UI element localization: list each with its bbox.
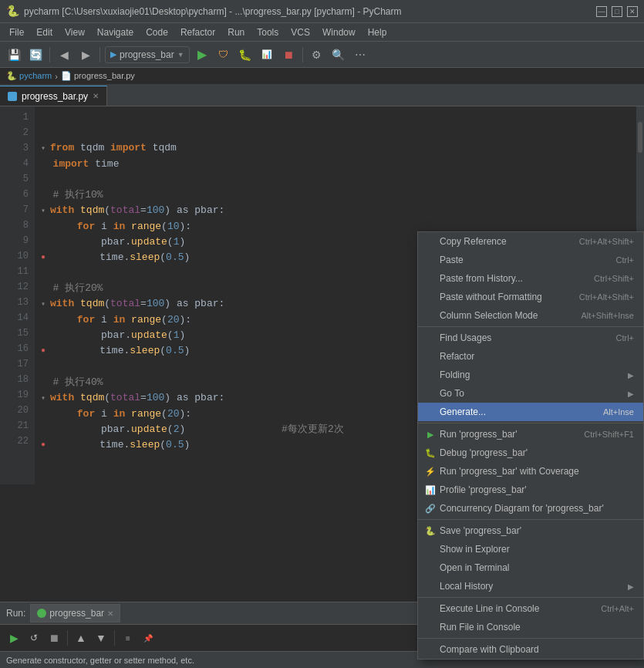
menu-code[interactable]: Code (140, 25, 174, 39)
run-toolbar-pin[interactable]: 📌 (139, 629, 157, 647)
line-numbers: 1 2 3 4 5 6 7 8 9 10 11 12 13 14 15 16 1… (0, 106, 35, 484)
line-num-2: 2 (23, 125, 29, 140)
line-num-17: 17 (18, 356, 29, 372)
code-line-5 (41, 172, 638, 187)
status-text: Generate constructor, getter or setter m… (6, 656, 194, 665)
menu-view[interactable]: View (59, 25, 91, 39)
ctx-save[interactable]: 🐍 Save 'progress_bar' (418, 521, 643, 540)
code-line-7: ▾with tqdm(total=100) as pbar: (41, 203, 638, 219)
menu-file[interactable]: File (3, 25, 30, 39)
run-toolbar-scroll-down[interactable]: ▼ (92, 629, 110, 647)
run-tab-label: progress_bar (49, 608, 104, 619)
debug-icon: 🐛 (424, 447, 437, 459)
ctx-show-explorer[interactable]: Show in Explorer (418, 540, 643, 558)
breadcrumb-folder[interactable]: 🐍 pycharm (6, 71, 52, 81)
ctx-sep-3 (418, 519, 643, 520)
ctx-debug[interactable]: 🐛 Debug 'progress_bar' (418, 444, 643, 462)
more-button[interactable]: ⋯ (351, 46, 369, 64)
toolbar-forward-button[interactable]: ▶ (76, 46, 95, 64)
line-num-13: 13 (18, 295, 29, 310)
run-toolbar-run[interactable]: ▶ (5, 629, 23, 647)
profile-button[interactable]: 📊 (258, 46, 276, 64)
ctx-generate[interactable]: Generate... Alt+Inse (418, 403, 643, 421)
maximize-button[interactable]: □ (612, 6, 622, 17)
minimize-button[interactable]: — (596, 6, 607, 17)
concurrency-icon: 🔗 (424, 502, 437, 514)
menu-help[interactable]: Help (362, 25, 393, 39)
ctx-paste[interactable]: Paste Ctrl+ (418, 251, 643, 269)
ctx-run-coverage[interactable]: ⚡ Run 'progress_bar' with Coverage (418, 462, 643, 481)
ctx-column-mode[interactable]: Column Selection Mode Alt+Shift+Inse (418, 306, 643, 325)
line-num-12: 12 (18, 279, 29, 295)
ctx-refactor[interactable]: Refactor (418, 347, 643, 366)
menu-vcs[interactable]: VCS (285, 25, 316, 39)
line-num-19: 19 (18, 387, 29, 403)
run-config-dropdown[interactable]: ▶ progress_bar ▼ (105, 46, 190, 63)
code-line-2 (41, 125, 638, 140)
coverage-button[interactable]: 🛡 (214, 46, 233, 64)
run-toolbar-wrap[interactable]: ≡ (119, 629, 137, 647)
ctx-run[interactable]: ▶ Run 'progress_bar' Ctrl+Shift+F1 (418, 425, 643, 444)
breadcrumb-file[interactable]: 📄 progress_bar.py (61, 71, 135, 81)
line-num-5: 5 (23, 171, 29, 187)
line-num-7: 7 (23, 202, 29, 218)
run-toolbar-scroll-up[interactable]: ▲ (72, 629, 90, 647)
title-controls: — □ ✕ (596, 6, 638, 17)
search-button[interactable]: 🔍 (329, 46, 348, 64)
menu-run[interactable]: Run (221, 25, 251, 39)
ctx-profile[interactable]: 📊 Profile 'progress_bar' (418, 481, 643, 499)
scroll-thumb[interactable] (638, 122, 642, 153)
ctx-compare-clipboard[interactable]: Compare with Clipboard (418, 640, 643, 659)
window-title: pycharm [C:\Users\xuxiaojie01\Desktop\py… (24, 6, 596, 17)
line-num-9: 9 (23, 233, 29, 248)
menu-window[interactable]: Window (316, 25, 362, 39)
menu-tools[interactable]: Tools (251, 25, 285, 39)
ctx-run-file[interactable]: Run File in Console (418, 618, 643, 636)
ctx-concurrency[interactable]: 🔗 Concurrency Diagram for 'progress_bar' (418, 499, 643, 518)
run-tab-icon (37, 609, 46, 618)
run-icon: ▶ (424, 428, 437, 440)
run-toolbar-stop[interactable]: ⏹ (45, 629, 63, 647)
breadcrumb: 🐍 pycharm › 📄 progress_bar.py (0, 68, 644, 85)
tab-progress-bar[interactable]: progress_bar.py ✕ (0, 86, 107, 106)
stop-button[interactable]: ⏹ (279, 46, 298, 64)
close-button[interactable]: ✕ (627, 6, 638, 17)
settings-button[interactable]: ⚙ (308, 46, 326, 64)
line-num-15: 15 (18, 326, 29, 341)
toolbar-separator-3 (302, 47, 303, 62)
code-line-1 (41, 110, 638, 125)
menu-navigate[interactable]: Navigate (91, 25, 140, 39)
ctx-folding[interactable]: Folding ▶ (418, 366, 643, 384)
line-num-10: 10 (18, 248, 29, 264)
ctx-goto[interactable]: Go To ▶ (418, 384, 643, 403)
ctx-execute-line[interactable]: Execute Line in Console Ctrl+Alt+ (418, 599, 643, 618)
menu-edit[interactable]: Edit (30, 25, 59, 39)
run-toolbar-rerun[interactable]: ↺ (25, 629, 43, 647)
tab-label: progress_bar.py (22, 91, 88, 102)
ctx-open-terminal[interactable]: Open in Terminal (418, 558, 643, 577)
toolbar-save-button[interactable]: 💾 (5, 46, 23, 64)
menu-refactor[interactable]: Refactor (174, 25, 221, 39)
ctx-sep-4 (418, 597, 643, 598)
tab-close-button[interactable]: ✕ (93, 92, 99, 100)
run-button[interactable]: ▶ (193, 46, 211, 64)
save-icon: 🐍 (424, 525, 437, 537)
code-line-6: # 执行10% (41, 187, 638, 203)
ctx-local-history[interactable]: Local History ▶ (418, 577, 643, 595)
toolbar-back-button[interactable]: ◀ (55, 46, 73, 64)
toolbar-sync-button[interactable]: 🔄 (26, 46, 45, 64)
ctx-paste-no-format[interactable]: Paste without Formatting Ctrl+Alt+Shift+ (418, 288, 643, 306)
run-tab[interactable]: progress_bar ✕ (30, 604, 120, 622)
breadcrumb-sep: › (55, 72, 58, 81)
ctx-copy-reference[interactable]: Copy Reference Ctrl+Alt+Shift+ (418, 232, 643, 251)
line-num-1: 1 (23, 110, 29, 125)
toolbar-separator-2 (99, 47, 100, 62)
title-bar: 🐍 pycharm [C:\Users\xuxiaojie01\Desktop\… (0, 0, 644, 23)
ctx-paste-history[interactable]: Paste from History... Ctrl+Shift+ (418, 269, 643, 288)
run-tab-close[interactable]: ✕ (107, 609, 113, 618)
ctx-find-usages[interactable]: Find Usages Ctrl+ (418, 329, 643, 347)
line-num-3: 3 (23, 140, 29, 156)
line-num-20: 20 (18, 403, 29, 418)
debug-button[interactable]: 🐛 (236, 46, 255, 64)
menu-bar: File Edit View Navigate Code Refactor Ru… (0, 23, 644, 42)
